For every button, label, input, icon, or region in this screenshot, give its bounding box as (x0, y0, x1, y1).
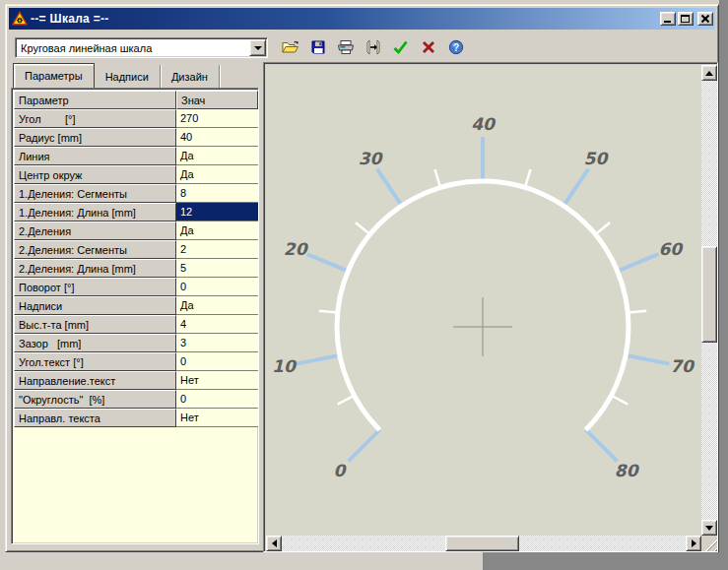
param-value-cell[interactable]: Нет (176, 409, 258, 427)
param-row-13: Угол.текст [°]0 (14, 352, 258, 371)
svg-text:40: 40 (471, 114, 496, 134)
save-button[interactable] (306, 35, 329, 58)
param-value-cell[interactable]: 40 (176, 128, 258, 147)
param-row-3: Центр окружДа (14, 165, 258, 184)
open-folder-icon (282, 39, 299, 55)
window-title: --= Шкала =-- (31, 12, 109, 26)
arrow-down-icon (705, 526, 713, 531)
combo-dropdown-button[interactable] (249, 39, 266, 56)
param-row-5: 1.Деления: Длина [mm]12 (14, 203, 258, 222)
tab-strip: Параметры Надписи Дизайн (13, 62, 220, 89)
param-label-cell[interactable]: 2.Деления (14, 222, 176, 240)
svg-text:20: 20 (284, 239, 309, 259)
maximize-icon (681, 15, 690, 23)
grid-header-parameter: Параметр (14, 91, 176, 109)
param-value-cell[interactable]: Нет (176, 371, 258, 390)
param-label-cell[interactable]: Направл. текста (14, 409, 176, 427)
param-label-cell[interactable]: Выс.т-та [mm] (14, 315, 176, 334)
tab-design[interactable]: Дизайн (161, 65, 220, 89)
scroll-right-button[interactable] (686, 536, 701, 551)
param-label-cell[interactable]: Зазор [mm] (14, 334, 176, 352)
param-label-cell[interactable]: Надписи (14, 296, 176, 315)
help-button[interactable]: ? (444, 35, 467, 58)
param-label-cell[interactable]: "Округлость" [%] (14, 390, 176, 409)
title-bar[interactable]: --= Шкала =-- (9, 8, 715, 30)
close-button[interactable] (697, 12, 713, 26)
tab-labels[interactable]: Надписи (95, 65, 161, 89)
param-label-cell[interactable]: 1.Деления: Сегменты (14, 184, 176, 203)
param-row-2: ЛинияДа (14, 147, 258, 165)
arrow-right-icon (692, 539, 696, 547)
param-value-cell[interactable]: 270 (176, 109, 258, 128)
param-label-cell[interactable]: Направление.текст (14, 371, 176, 390)
app-window: --= Шкала =-- Круговая линейная шкала (5, 4, 719, 552)
param-value-cell[interactable]: 5 (176, 259, 258, 278)
param-row-15: "Округлость" [%]0 (14, 390, 258, 409)
save-floppy-icon (310, 39, 326, 55)
svg-text:30: 30 (359, 149, 384, 168)
scale-preview: 01020304050607080 (266, 65, 701, 536)
param-value-cell[interactable]: 0 (176, 278, 258, 296)
vertical-scrollbar-thumb[interactable] (701, 246, 717, 343)
svg-text:80: 80 (615, 461, 640, 480)
toolbar: ? (279, 35, 467, 58)
scroll-up-button[interactable] (701, 65, 717, 81)
vertical-scrollbar[interactable] (701, 65, 717, 536)
svg-text:10: 10 (272, 356, 298, 376)
maximize-button[interactable] (678, 12, 694, 26)
param-row-6: 2.ДеленияДа (14, 222, 258, 240)
parameter-panel: ПараметрЗначУгол [°]270Радиус [mm]40Лини… (11, 88, 259, 544)
grid-header-row: ПараметрЗнач (14, 91, 258, 109)
app-warning-triangle-icon (12, 11, 28, 27)
param-label-cell[interactable]: Угол.текст [°] (14, 352, 176, 371)
preview-panel: 01020304050607080 (263, 62, 718, 552)
apply-button[interactable] (389, 35, 412, 58)
svg-text:0: 0 (333, 461, 347, 480)
background-behind-window-right (719, 0, 728, 570)
fit-width-icon (365, 39, 381, 55)
param-value-cell[interactable]: 12 (176, 203, 258, 222)
param-row-12: Зазор [mm]3 (14, 334, 258, 352)
scale-preview-canvas: 01020304050607080 (266, 65, 701, 536)
param-value-cell[interactable]: Да (176, 147, 258, 165)
param-value-cell[interactable]: 3 (176, 334, 258, 352)
scroll-down-button[interactable] (701, 520, 717, 536)
param-row-16: Направл. текстаНет (14, 409, 258, 427)
param-label-cell[interactable]: Центр окруж (14, 165, 176, 184)
resize-grip[interactable] (701, 536, 717, 551)
param-label-cell[interactable]: 2.Деления: Длина [mm] (14, 259, 176, 278)
minimize-button[interactable] (660, 12, 676, 26)
minimize-icon (664, 21, 671, 23)
param-label-cell[interactable]: Угол [°] (14, 109, 176, 128)
tab-parameters[interactable]: Параметры (13, 63, 95, 89)
fit-width-button[interactable] (362, 35, 384, 58)
param-value-cell[interactable]: 0 (176, 352, 258, 371)
param-value-cell[interactable]: Да (176, 296, 258, 315)
param-label-cell[interactable]: 2.Деления: Сегменты (14, 240, 176, 259)
param-value-cell[interactable]: 0 (176, 390, 258, 409)
param-value-cell[interactable]: Да (176, 165, 258, 184)
param-value-cell[interactable]: Да (176, 222, 258, 240)
scroll-left-button[interactable] (266, 536, 282, 551)
scale-type-combobox[interactable]: Круговая линейная шкала (15, 37, 268, 58)
arrow-up-icon (705, 71, 713, 76)
gauge-minor-ticks (319, 169, 646, 405)
horizontal-scrollbar[interactable] (266, 536, 701, 551)
param-label-cell[interactable]: 1.Деления: Длина [mm] (14, 203, 176, 222)
print-button[interactable] (334, 35, 357, 58)
param-value-cell[interactable]: 8 (176, 184, 258, 203)
parameter-grid: ПараметрЗначУгол [°]270Радиус [mm]40Лини… (14, 91, 258, 427)
param-label-cell[interactable]: Линия (14, 147, 176, 165)
param-value-cell[interactable]: 2 (176, 240, 258, 259)
open-button[interactable] (279, 35, 301, 58)
param-value-cell[interactable]: 4 (176, 315, 258, 334)
param-label-cell[interactable]: Радиус [mm] (14, 128, 176, 147)
background-behind-window-bottom (483, 552, 728, 570)
param-label-cell[interactable]: Поворот [°] (14, 278, 176, 296)
cancel-button[interactable] (417, 35, 439, 58)
grid-header-value: Знач (176, 91, 258, 109)
param-row-0: Угол [°]270 (14, 109, 258, 128)
scale-type-value: Круговая линейная шкала (16, 42, 249, 54)
horizontal-scrollbar-thumb[interactable] (445, 536, 519, 551)
param-row-10: НадписиДа (14, 296, 258, 315)
